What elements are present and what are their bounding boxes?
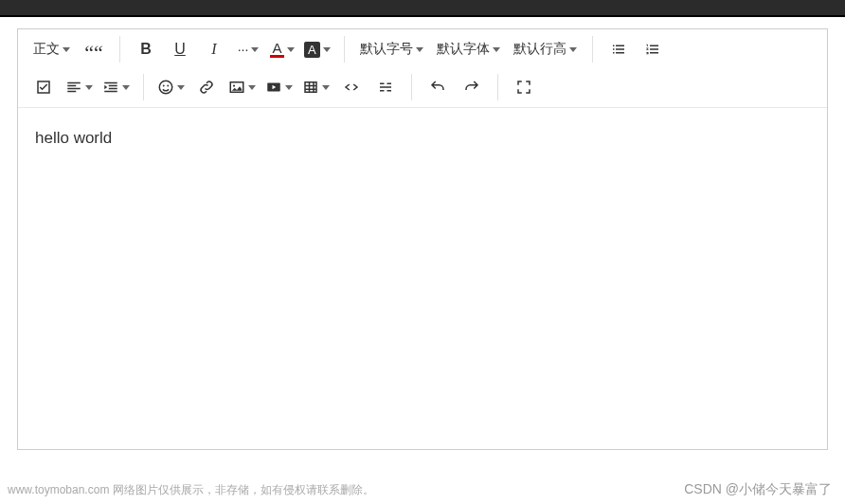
font-color-dropdown[interactable]: A <box>266 33 298 65</box>
group-insert <box>150 71 405 103</box>
code-block-button[interactable] <box>335 71 368 103</box>
hr-icon <box>377 79 394 96</box>
indent-icon <box>102 79 119 96</box>
font-family-label: 默认字体 <box>437 41 490 58</box>
image-icon <box>228 79 245 96</box>
bold-icon: B <box>140 41 152 58</box>
divider <box>497 74 498 100</box>
redo-button[interactable] <box>456 71 488 103</box>
emoji-icon <box>157 79 174 96</box>
table-icon <box>302 79 319 96</box>
font-family-dropdown[interactable]: 默认字体 <box>431 33 506 65</box>
table-dropdown[interactable] <box>298 71 333 103</box>
editor-content-area[interactable]: hello world <box>18 108 827 449</box>
bullet-list-icon <box>610 41 627 58</box>
chevron-down-icon <box>63 47 70 52</box>
chevron-down-icon <box>177 85 185 90</box>
font-size-dropdown[interactable]: 默认字号 <box>354 33 429 65</box>
browser-chrome <box>0 0 845 17</box>
chevron-down-icon <box>323 47 331 52</box>
undo-button[interactable] <box>422 71 454 103</box>
italic-icon: I <box>211 41 216 58</box>
divider <box>119 36 120 63</box>
link-button[interactable] <box>190 71 223 103</box>
watermark-right: CSDN @小储今天暴富了 <box>684 481 832 498</box>
divider <box>411 74 412 100</box>
group-fullscreen <box>504 71 544 103</box>
page-body: 正文 ““ B U I ··· <box>0 17 845 450</box>
group-heading: 正文 ““ <box>24 33 114 65</box>
heading-dropdown[interactable]: 正文 <box>27 33 76 65</box>
divider <box>143 74 144 100</box>
chevron-down-icon <box>285 85 293 90</box>
svg-point-1 <box>163 85 165 87</box>
chevron-down-icon <box>569 47 577 52</box>
font-color-icon: A <box>270 42 283 58</box>
svg-point-2 <box>167 85 169 87</box>
rich-text-editor: 正文 ““ B U I ··· <box>17 28 828 450</box>
bullet-list-button[interactable] <box>602 33 635 65</box>
fullscreen-button[interactable] <box>508 71 540 103</box>
video-dropdown[interactable] <box>261 71 297 103</box>
todo-icon <box>35 79 52 96</box>
chevron-down-icon <box>322 85 330 90</box>
blockquote-button[interactable]: ““ <box>78 33 110 65</box>
image-dropdown[interactable] <box>225 71 260 103</box>
chevron-down-icon <box>287 47 295 52</box>
bg-color-dropdown[interactable]: A <box>300 33 334 65</box>
font-size-label: 默认字号 <box>360 41 413 58</box>
chevron-down-icon <box>251 47 259 52</box>
chevron-down-icon <box>416 47 423 52</box>
svg-point-0 <box>159 81 172 94</box>
chevron-down-icon <box>248 85 256 90</box>
svg-point-4 <box>233 84 235 86</box>
chevron-down-icon <box>122 85 130 90</box>
align-icon <box>65 79 82 96</box>
divider-button[interactable] <box>369 71 402 103</box>
toolbar-row-2 <box>24 71 821 103</box>
line-height-dropdown[interactable]: 默认行高 <box>508 33 583 65</box>
undo-icon <box>429 79 446 96</box>
bold-button[interactable]: B <box>130 33 162 65</box>
bg-color-icon: A <box>304 42 320 58</box>
underline-icon: U <box>174 41 186 58</box>
redo-icon <box>463 79 480 96</box>
group-todo-align <box>24 71 137 103</box>
divider <box>344 36 345 63</box>
indent-dropdown[interactable] <box>99 71 134 103</box>
watermark-bottom: www.toymoban.com 网络图片仅供展示，非存储，如有侵权请联系删除。 <box>8 482 374 498</box>
heading-label: 正文 <box>33 41 60 58</box>
numbered-list-button[interactable] <box>637 33 669 65</box>
fullscreen-icon <box>515 79 532 96</box>
code-icon <box>343 79 360 96</box>
align-dropdown[interactable] <box>62 71 97 103</box>
group-font: 默认字号 默认字体 默认行高 <box>351 33 586 65</box>
group-text-style: B U I ··· A A <box>126 33 338 65</box>
todo-button[interactable] <box>27 71 60 103</box>
divider <box>592 36 593 63</box>
underline-button[interactable]: U <box>164 33 196 65</box>
chevron-down-icon <box>85 85 93 90</box>
numbered-list-icon <box>644 41 661 58</box>
link-icon <box>198 79 215 96</box>
content-text: hello world <box>35 129 112 147</box>
italic-button[interactable]: I <box>198 33 230 65</box>
more-styles-dropdown[interactable]: ··· <box>232 33 264 65</box>
group-list <box>599 33 673 65</box>
group-history <box>418 71 492 103</box>
line-height-label: 默认行高 <box>513 41 566 58</box>
more-icon: ··· <box>238 42 249 57</box>
chevron-down-icon <box>493 47 500 52</box>
editor-toolbar: 正文 ““ B U I ··· <box>18 29 827 108</box>
quote-icon: ““ <box>84 41 103 58</box>
emoji-dropdown[interactable] <box>153 71 189 103</box>
video-icon <box>265 79 282 96</box>
